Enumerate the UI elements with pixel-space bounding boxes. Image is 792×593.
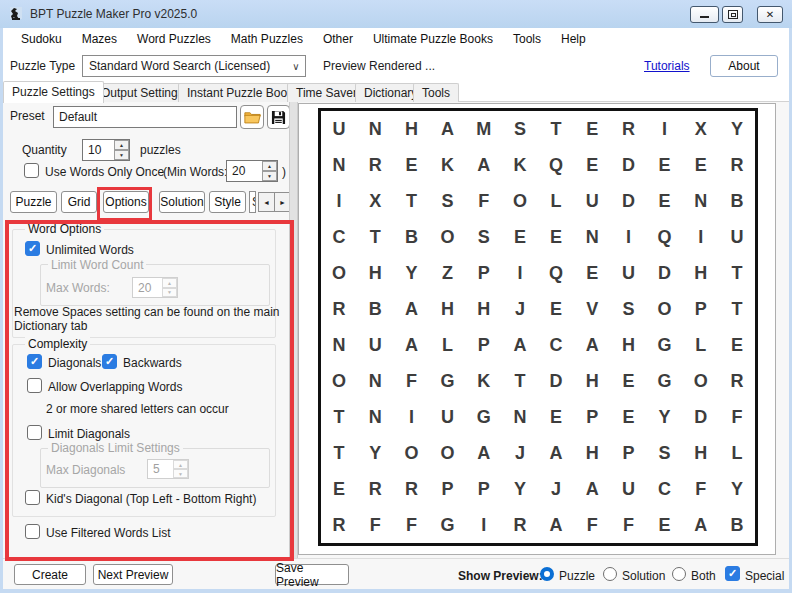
grid-letter: A (502, 327, 538, 363)
grid-letter: L (683, 327, 719, 363)
special-label: Special (745, 569, 784, 583)
grid-letter: P (466, 327, 502, 363)
tab-puzzle-settings[interactable]: Puzzle Settings (3, 81, 104, 103)
grid-letter: H (683, 255, 719, 291)
subtab-scroll-left-button[interactable]: ◄ (258, 192, 275, 212)
close-button[interactable]: ✕ (757, 6, 783, 23)
spin-down-icon[interactable]: ▼ (114, 150, 129, 160)
subtab-grid[interactable]: Grid (61, 191, 97, 213)
grid-letter: U (574, 183, 610, 219)
spin-up-icon[interactable]: ▲ (262, 161, 277, 171)
menu-ultimate-puzzle-books[interactable]: Ultimate Puzzle Books (363, 28, 503, 51)
allow-overlapping-checkbox[interactable] (27, 378, 42, 393)
floppy-disk-icon (271, 110, 286, 125)
grid-letter: C (647, 471, 683, 507)
grid-letter: E (538, 399, 574, 435)
open-preset-button[interactable] (240, 105, 264, 129)
grid-letter: P (466, 471, 502, 507)
grid-letter: S (466, 219, 502, 255)
grid-letter: F (683, 471, 719, 507)
show-puzzle-label: Puzzle (559, 569, 595, 583)
minimize-button[interactable] (690, 6, 719, 23)
maximize-button[interactable] (722, 6, 743, 23)
grid-letter: D (610, 183, 646, 219)
menu-tools[interactable]: Tools (503, 28, 551, 51)
grid-letter: O (430, 435, 466, 471)
quantity-label: Quantity (22, 143, 67, 157)
grid-letter: A (538, 435, 574, 471)
grid-letter: E (719, 327, 755, 363)
about-button[interactable]: About (710, 55, 778, 77)
menu-math-puzzles[interactable]: Math Puzzles (221, 28, 313, 51)
grid-letter: S (430, 183, 466, 219)
grid-letter: E (647, 147, 683, 183)
quantity-stepper[interactable]: 10 ▲ ▼ (82, 139, 130, 161)
subtab-puzzle[interactable]: Puzzle (10, 191, 57, 213)
subtab-solution[interactable]: Solution (159, 191, 205, 213)
close-icon: ✕ (766, 9, 774, 20)
grid-letter: A (574, 471, 610, 507)
grid-letter: T (538, 111, 574, 147)
grid-letter: X (357, 183, 393, 219)
main-tab-strip: Puzzle Settings Output Settings Instant … (3, 81, 789, 102)
next-preview-button[interactable]: Next Preview (93, 564, 173, 585)
grid-letter: I (321, 183, 357, 219)
filtered-words-label: Use Filtered Words List (46, 526, 170, 540)
create-button[interactable]: Create (14, 564, 86, 585)
save-preset-button[interactable] (267, 105, 290, 129)
backwards-checkbox[interactable]: ✓ (102, 354, 117, 369)
grid-letter: B (357, 291, 393, 327)
spin-down-icon[interactable]: ▼ (262, 171, 277, 181)
unlimited-words-checkbox[interactable]: ✓ (25, 241, 40, 256)
subtab-options[interactable]: Options (103, 191, 149, 213)
grid-letter: K (430, 147, 466, 183)
subtab-partial[interactable]: S (249, 191, 256, 213)
save-preview-button[interactable]: Save Preview (275, 564, 349, 585)
grid-letter: H (393, 111, 429, 147)
grid-letter: N (357, 399, 393, 435)
special-checkbox[interactable]: ✓ (725, 566, 740, 581)
grid-letter: T (719, 255, 755, 291)
menu-sudoku[interactable]: Sudoku (11, 28, 72, 51)
grid-letter: E (647, 507, 683, 543)
show-puzzle-radio[interactable] (540, 567, 554, 581)
max-diagonals-label: Max Diagonals (46, 463, 125, 477)
grid-letter: E (393, 147, 429, 183)
spin-up-icon: ▲ (173, 460, 188, 469)
tutorials-link[interactable]: Tutorials (644, 59, 690, 73)
show-solution-radio[interactable] (603, 567, 617, 581)
menu-word-puzzles[interactable]: Word Puzzles (127, 28, 221, 51)
min-words-stepper[interactable]: 20 ▲ ▼ (226, 160, 278, 182)
grid-letter: I (466, 507, 502, 543)
preset-input[interactable]: Default (53, 106, 237, 128)
diagonals-checkbox[interactable]: ✓ (27, 354, 42, 369)
limit-diagonals-checkbox[interactable] (27, 425, 42, 440)
grid-letter: R (321, 291, 357, 327)
menu-help[interactable]: Help (551, 28, 596, 51)
grid-letter: D (683, 399, 719, 435)
remove-spaces-note: Remove Spaces setting can be found on th… (14, 305, 286, 333)
grid-letter: H (357, 255, 393, 291)
chevron-down-icon: ∨ (287, 61, 305, 72)
kids-diagonal-checkbox[interactable] (25, 490, 40, 505)
show-both-radio[interactable] (672, 567, 686, 581)
spin-up-icon[interactable]: ▲ (114, 140, 129, 150)
use-words-once-checkbox[interactable] (24, 163, 39, 178)
grid-letter: O (683, 363, 719, 399)
tab-tools[interactable]: Tools (413, 83, 459, 103)
grid-letter: I (610, 219, 646, 255)
puzzle-type-value: Standard Word Search (Licensed) (83, 59, 287, 73)
max-diagonals-stepper: 5 ▲ ▼ (147, 459, 189, 479)
panel-splitter[interactable] (289, 102, 298, 558)
grid-letter: Z (430, 255, 466, 291)
menu-mazes[interactable]: Mazes (72, 28, 127, 51)
menu-other[interactable]: Other (313, 28, 363, 51)
kids-diagonal-label: Kid's Diagonal (Top Left - Bottom Right) (46, 492, 256, 506)
grid-letter: A (683, 507, 719, 543)
puzzle-type-combobox[interactable]: Standard Word Search (Licensed) ∨ (82, 55, 306, 77)
grid-letter: R (502, 507, 538, 543)
min-words-label: (Min Words: (163, 165, 227, 179)
filtered-words-checkbox[interactable] (25, 524, 40, 539)
subtab-style[interactable]: Style (209, 191, 246, 213)
grid-letter: H (574, 363, 610, 399)
